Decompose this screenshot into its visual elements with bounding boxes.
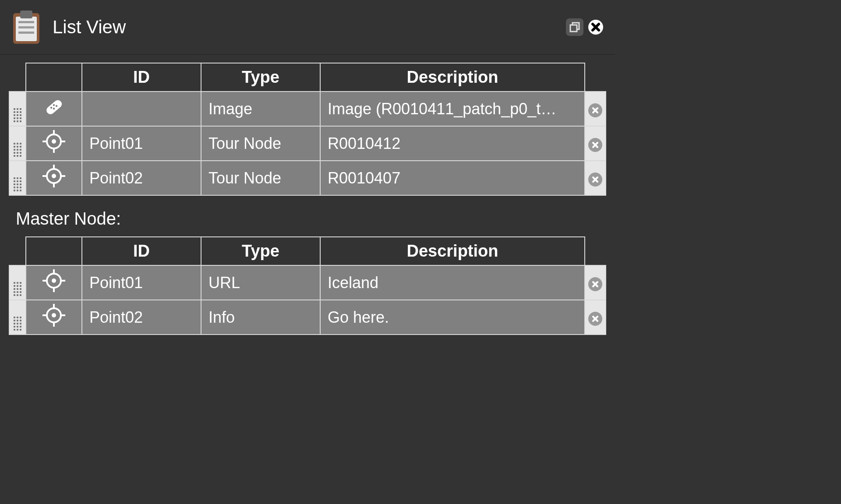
- row-type-icon: [26, 161, 82, 195]
- svg-point-27: [52, 278, 56, 283]
- svg-rect-1: [16, 17, 37, 41]
- svg-point-13: [56, 105, 57, 107]
- table-row[interactable]: Point01URLIceland: [9, 265, 606, 300]
- target-icon: [42, 164, 66, 188]
- drag-handle[interactable]: [9, 300, 26, 335]
- svg-point-33: [52, 313, 56, 317]
- cell-id[interactable]: Point01: [82, 126, 201, 161]
- column-header-id[interactable]: ID: [82, 63, 201, 92]
- cell-type[interactable]: URL: [201, 265, 320, 300]
- column-header-blank: [9, 63, 26, 92]
- cell-id[interactable]: [82, 92, 201, 126]
- master-node-table: ID Type Description Point01URLIceland Po…: [9, 236, 606, 335]
- column-header-description[interactable]: Description: [320, 237, 585, 265]
- target-icon: [42, 303, 66, 328]
- drag-handle[interactable]: [9, 265, 26, 300]
- delete-row-button[interactable]: [585, 265, 606, 300]
- column-header-type[interactable]: Type: [201, 63, 320, 92]
- delete-row-button[interactable]: [585, 161, 606, 195]
- svg-rect-4: [18, 26, 34, 28]
- cell-type[interactable]: Image: [201, 92, 320, 126]
- delete-icon: [588, 277, 602, 291]
- restore-icon: [569, 21, 580, 33]
- svg-rect-3: [18, 21, 34, 23]
- delete-row-button[interactable]: [585, 300, 606, 335]
- cell-description[interactable]: R0010407: [320, 161, 585, 195]
- cell-type[interactable]: Tour Node: [201, 161, 320, 195]
- window-controls: [566, 18, 604, 36]
- drag-handle[interactable]: [9, 126, 26, 161]
- cell-description[interactable]: Image (R0010411_patch_p0_t…: [320, 92, 585, 126]
- column-header-description[interactable]: Description: [320, 63, 585, 92]
- row-type-icon: [26, 92, 82, 126]
- column-header-blank: [9, 237, 26, 265]
- cell-description[interactable]: Iceland: [320, 265, 585, 300]
- column-header-type[interactable]: Type: [201, 237, 320, 265]
- close-icon: [588, 19, 604, 35]
- row-type-icon: [26, 126, 82, 161]
- svg-point-12: [53, 108, 55, 109]
- restore-window-button[interactable]: [566, 18, 583, 36]
- cell-id[interactable]: Point01: [82, 265, 201, 300]
- delete-icon: [588, 103, 602, 117]
- table-row[interactable]: Point01Tour NodeR0010412: [9, 126, 606, 161]
- column-header-blank: [585, 237, 606, 265]
- cell-type[interactable]: Tour Node: [201, 126, 320, 161]
- delete-icon: [588, 173, 602, 187]
- list-view-panel: List View: [0, 0, 615, 369]
- cell-id[interactable]: Point02: [82, 300, 201, 335]
- row-type-icon: [26, 265, 82, 300]
- delete-icon: [588, 312, 602, 326]
- row-type-icon: [26, 300, 82, 335]
- drag-handle[interactable]: [9, 161, 26, 195]
- svg-point-21: [52, 174, 56, 178]
- column-header-icon[interactable]: [26, 237, 82, 265]
- table-row[interactable]: Point02Tour NodeR0010407: [9, 161, 606, 195]
- master-node-label: Master Node:: [16, 209, 606, 229]
- table-row[interactable]: Point02InfoGo here.: [9, 300, 606, 335]
- primary-table: ID Type Description ImageImage (R0010411…: [9, 63, 606, 196]
- clipboard-icon: [11, 9, 42, 46]
- titlebar: List View: [0, 0, 615, 54]
- content-area: ID Type Description ImageImage (R0010411…: [0, 54, 615, 344]
- delete-icon: [588, 138, 602, 152]
- svg-point-10: [50, 107, 52, 109]
- column-header-id[interactable]: ID: [82, 237, 201, 265]
- column-header-blank: [585, 63, 606, 92]
- cell-description[interactable]: Go here.: [320, 300, 585, 335]
- svg-rect-9: [45, 99, 64, 116]
- cell-type[interactable]: Info: [201, 300, 320, 335]
- table-row[interactable]: ImageImage (R0010411_patch_p0_t…: [9, 92, 606, 126]
- cell-description[interactable]: R0010412: [320, 126, 585, 161]
- close-window-button[interactable]: [587, 18, 604, 36]
- svg-point-11: [53, 104, 55, 106]
- patch-icon: [42, 95, 66, 119]
- column-header-icon[interactable]: [26, 63, 82, 92]
- delete-row-button[interactable]: [585, 126, 606, 161]
- svg-point-15: [52, 139, 56, 144]
- svg-rect-7: [570, 25, 577, 32]
- panel-title: List View: [53, 17, 555, 38]
- delete-row-button[interactable]: [585, 92, 606, 126]
- drag-handle[interactable]: [9, 92, 26, 126]
- svg-rect-2: [20, 11, 32, 18]
- target-icon: [42, 129, 66, 154]
- target-icon: [42, 268, 66, 293]
- cell-id[interactable]: Point02: [82, 161, 201, 195]
- svg-rect-5: [18, 32, 34, 34]
